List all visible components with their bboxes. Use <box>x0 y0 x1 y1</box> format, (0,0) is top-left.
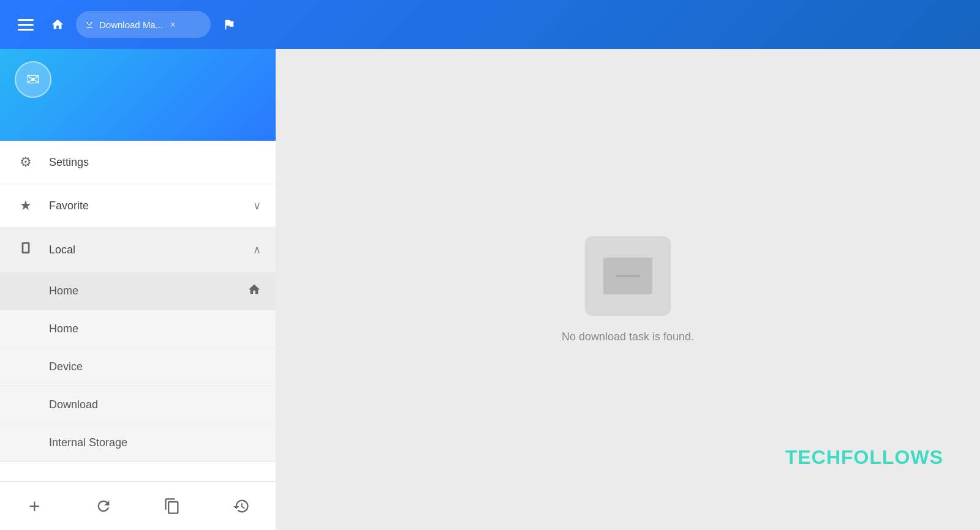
add-button[interactable]: + <box>16 488 53 524</box>
plus-icon: + <box>29 496 40 516</box>
sub-item-internal-storage[interactable]: Internal Storage <box>0 424 276 462</box>
sub-device-label: Device <box>49 360 83 373</box>
settings-icon: ⚙ <box>17 154 34 170</box>
top-bar: Download Ma... × <box>0 0 980 49</box>
settings-label: Settings <box>49 156 89 169</box>
phone-icon <box>17 241 34 258</box>
folder-inner <box>603 258 652 294</box>
sub-download-label: Download <box>49 398 98 411</box>
copy-button[interactable] <box>154 488 190 524</box>
empty-message: No download task is found. <box>562 330 694 343</box>
sidebar: ✉ ⚙ Settings ★ Favorite ∨ <box>0 49 276 530</box>
sidebar-header: ✉ <box>0 49 276 141</box>
content-area: No download task is found. TECHFOLLOWS <box>276 49 980 530</box>
sub-item-home-active[interactable]: Home <box>0 272 276 310</box>
sub-home-label: Home <box>49 323 78 335</box>
sidebar-nav: ⚙ Settings ★ Favorite ∨ Local ∧ <box>0 141 276 481</box>
sub-internal-storage-label: Internal Storage <box>49 436 127 449</box>
main-layout: ✉ ⚙ Settings ★ Favorite ∨ <box>0 49 980 530</box>
empty-state: No download task is found. <box>562 236 694 343</box>
address-bar[interactable]: Download Ma... × <box>76 11 211 38</box>
local-label: Local <box>49 244 75 256</box>
history-button[interactable] <box>223 488 260 524</box>
sidebar-item-local[interactable]: Local ∧ <box>0 228 276 272</box>
watermark: TECHFOLLOWS <box>785 446 943 469</box>
sidebar-item-settings[interactable]: ⚙ Settings <box>0 141 276 184</box>
local-sub-items: Home Home Device Download <box>0 272 276 462</box>
sub-item-download[interactable]: Download <box>0 386 276 424</box>
chevron-down-icon: ∨ <box>253 199 261 212</box>
empty-folder-icon <box>585 236 671 316</box>
bottom-toolbar: + <box>0 481 276 530</box>
history-icon <box>233 498 250 515</box>
avatar[interactable]: ✉ <box>15 61 51 98</box>
sub-home-active-label: Home <box>49 285 78 297</box>
flag-button[interactable] <box>218 13 240 35</box>
home-button[interactable] <box>47 13 69 35</box>
download-icon <box>85 18 94 31</box>
sub-item-home[interactable]: Home <box>0 310 276 348</box>
favorite-label: Favorite <box>49 200 89 212</box>
chevron-up-icon: ∧ <box>253 243 261 256</box>
menu-button[interactable] <box>12 11 39 38</box>
mail-icon: ✉ <box>26 70 40 89</box>
star-icon: ★ <box>17 198 34 214</box>
folder-line <box>616 275 640 277</box>
refresh-button[interactable] <box>85 488 122 524</box>
address-text: Download Ma... <box>99 20 163 30</box>
address-close-button[interactable]: × <box>170 20 175 29</box>
sub-item-device[interactable]: Device <box>0 348 276 386</box>
home-active-icon <box>247 283 261 300</box>
sidebar-item-favorite[interactable]: ★ Favorite ∨ <box>0 184 276 228</box>
copy-icon <box>164 498 181 515</box>
refresh-icon <box>95 498 112 515</box>
